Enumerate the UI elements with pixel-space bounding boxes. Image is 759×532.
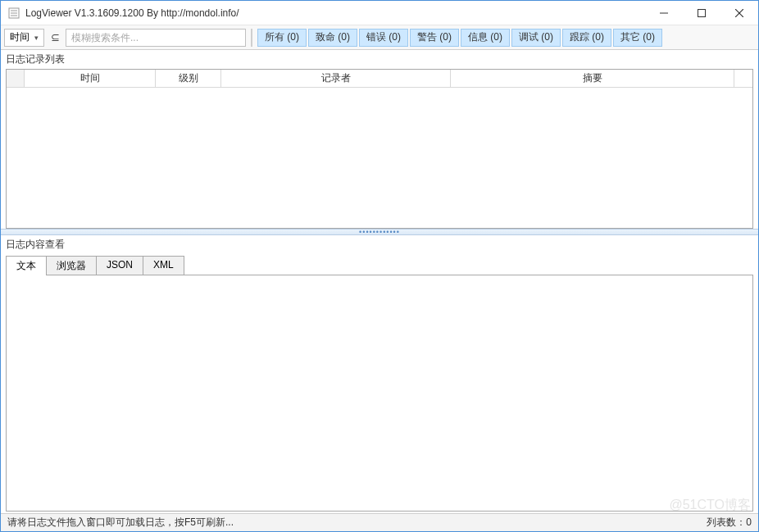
minimize-button[interactable] [645,1,683,25]
tab-label: JSON [107,259,133,271]
content-viewer[interactable] [6,275,753,512]
statusbar: 请将日志文件拖入窗口即可加载日志，按F5可刷新... 列表数：0 [1,513,758,531]
tab-label: 文本 [16,260,36,271]
dropdown-arrow-icon: ▾ [34,34,39,42]
column-time[interactable]: 时间 [25,70,156,87]
main-area: 日志记录列表 时间 级别 记录者 摘要 •••••••••••• 日志内容查看 … [1,50,758,513]
records-grid[interactable]: 时间 级别 记录者 摘要 [6,69,753,229]
column-label: 级别 [179,71,198,85]
contains-mode-button[interactable]: ⊆ [46,29,64,47]
records-panel: 日志记录列表 时间 级别 记录者 摘要 [1,50,758,229]
tab-label: XML [153,259,174,271]
filter-all[interactable]: 所有 (0) [257,29,307,47]
svg-rect-5 [698,9,706,16]
filter-label: 错误 (0) [366,30,401,44]
grid-header: 时间 级别 记录者 摘要 [7,70,752,88]
filter-label: 所有 (0) [265,30,299,44]
content-panel-title: 日志内容查看 [1,235,758,254]
window-controls [645,1,758,25]
filter-warn[interactable]: 警告 (0) [410,29,459,47]
horizontal-splitter[interactable]: •••••••••••• [1,229,758,235]
field-dropdown[interactable]: 时间 ▾ [4,29,44,47]
filter-other[interactable]: 其它 (0) [613,29,662,47]
column-logger[interactable]: 记录者 [221,70,451,87]
search-input[interactable] [66,29,246,47]
filter-label: 跟踪 (0) [570,30,604,44]
column-label: 摘要 [583,71,602,85]
row-header-corner [7,70,25,87]
tab-text[interactable]: 文本 [6,256,47,275]
filter-label: 调试 (0) [519,30,553,44]
filter-trace[interactable]: 跟踪 (0) [562,29,611,47]
records-panel-title: 日志记录列表 [1,50,758,69]
close-button[interactable] [720,1,758,25]
column-label: 记录者 [321,71,351,85]
filter-label: 致命 (0) [316,30,350,44]
filter-fatal[interactable]: 致命 (0) [308,29,357,47]
app-icon [7,7,20,20]
toolbar-separator [251,29,252,47]
tab-json[interactable]: JSON [96,256,143,275]
filter-error[interactable]: 错误 (0) [359,29,408,47]
status-count: 列表数：0 [707,516,752,530]
filter-debug[interactable]: 调试 (0) [511,29,561,47]
tab-label: 浏览器 [57,260,86,271]
titlebar: LogViewer V1.3.1609.1200 By http://mondo… [1,1,758,25]
filter-label: 其它 (0) [620,30,655,44]
field-dropdown-label: 时间 [10,30,30,44]
column-level[interactable]: 级别 [156,70,221,87]
status-hint: 请将日志文件拖入窗口即可加载日志，按F5可刷新... [7,516,707,530]
grid-body[interactable] [7,88,752,228]
content-panel: 日志内容查看 文本 浏览器 JSON XML [1,235,758,513]
column-tail [734,70,752,87]
contains-symbol: ⊆ [51,31,60,43]
window-title: LogViewer V1.3.1609.1200 By http://mondo… [25,7,645,19]
filter-info[interactable]: 信息 (0) [461,29,510,47]
column-label: 时间 [80,71,100,85]
column-summary[interactable]: 摘要 [451,70,734,87]
toolbar: 时间 ▾ ⊆ 所有 (0) 致命 (0) 错误 (0) 警告 (0) 信息 (0… [1,25,758,50]
maximize-button[interactable] [683,1,720,25]
filter-label: 警告 (0) [417,30,452,44]
tab-xml[interactable]: XML [143,256,184,275]
filter-label: 信息 (0) [468,30,502,44]
tab-browser[interactable]: 浏览器 [46,256,97,275]
content-tabs: 文本 浏览器 JSON XML [6,256,753,275]
